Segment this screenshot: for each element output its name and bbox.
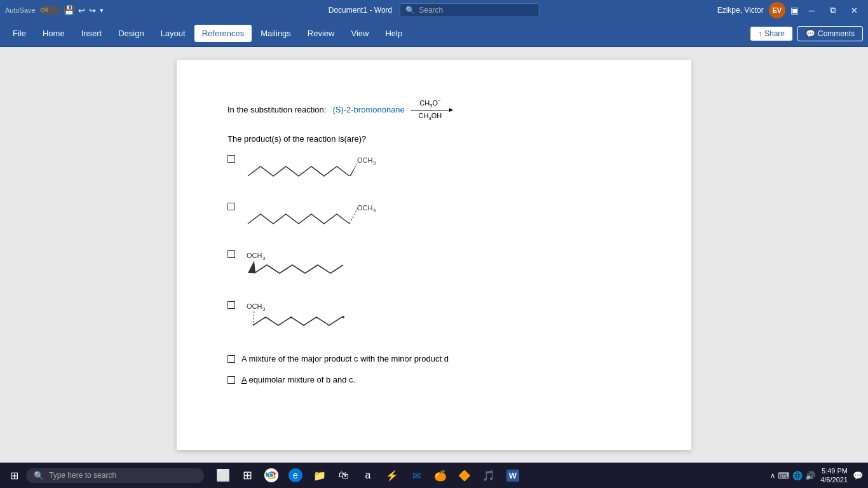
start-button[interactable]: ⊞ [5,467,24,484]
svg-text:OCH: OCH [357,204,373,212]
customize-icon[interactable]: ▾ [100,6,104,15]
reaction-line: In the substitution reaction: (S)-2-brom… [227,98,641,121]
spark-icon[interactable]: ⚡ [381,464,403,487]
search-box[interactable]: 🔍 [400,3,539,17]
svg-text:OCH: OCH [247,302,262,310]
svg-text:3: 3 [373,160,376,166]
files-icon[interactable]: 📁 [308,464,331,487]
taskbar-apps[interactable]: ⊞ [236,464,259,487]
user-name: Ezikpe, Victor [717,6,764,15]
tab-references[interactable]: References [194,25,252,42]
amazon-icon[interactable]: a [356,464,379,487]
checkbox-b[interactable] [227,203,235,210]
title-bar-right: Ezikpe, Victor EV ▣ ─ ⧉ ✕ [717,2,863,18]
tab-mailings[interactable]: Mailings [253,25,299,42]
tab-review[interactable]: Review [300,25,342,42]
structure-c-svg: OCH 3 [241,249,369,287]
svg-text:3: 3 [262,306,266,312]
checkbox-c[interactable] [227,250,235,258]
sys-tray: ∧ ⌨ 🌐 🔊 [770,471,815,480]
save-icon[interactable]: 💾 [64,5,74,15]
date: 4/6/2021 [820,475,848,484]
doc-page: In the substitution reaction: (S)-2-brom… [177,60,691,450]
tab-view[interactable]: View [343,25,376,42]
share-icon: ↑ [758,29,762,38]
ribbon-right: ↑ Share 💬 Comments [750,26,863,41]
chrome-icon[interactable] [260,464,283,487]
option-e-text: A mixture of the major product c with th… [241,354,449,363]
tab-help[interactable]: Help [377,25,410,42]
comment-icon: 💬 [806,29,815,38]
title-bar: AutoSave Off 💾 ↩ ↪ ▾ Document1 - Word 🔍 … [0,0,868,20]
checkbox-d[interactable] [227,301,235,309]
network-icon[interactable]: 🌐 [792,471,803,480]
time: 5:49 PM [820,466,848,475]
taskbar-icons: ⬜ ⊞ e 📁 🛍 a ⚡ ✉ 🍊 🔶 🎵 [212,464,524,487]
option-c-content: OCH 3 [241,249,369,288]
svg-line-11 [253,311,254,325]
doc-title: Document1 - Word [329,6,392,15]
taskbar-search[interactable]: 🔍 [26,468,204,483]
checkbox-f[interactable] [227,376,235,384]
ribbon: File Home Insert Design Layout Reference… [0,20,868,47]
tab-design[interactable]: Design [111,25,151,42]
fruit-icon[interactable]: 🍊 [429,464,452,487]
reaction-arrow [411,110,449,111]
close-button[interactable]: ✕ [846,4,863,17]
store-icon[interactable]: 🛍 [332,464,355,487]
music-icon[interactable]: 🎵 [477,464,500,487]
taskview-icon[interactable]: ⬜ [212,464,234,487]
structure-d-svg: OCH 3 [241,300,369,341]
share-button[interactable]: ↑ Share [750,27,792,41]
undo-icon[interactable]: ↩ [78,6,85,15]
svg-point-12 [342,316,344,318]
search-icon: 🔍 [405,6,415,15]
title-bar-left: AutoSave Off 💾 ↩ ↪ ▾ [5,5,104,15]
title-bar-center: Document1 - Word 🔍 [329,3,539,17]
redo-icon[interactable]: ↪ [89,6,96,15]
mail-icon[interactable]: ✉ [405,464,428,487]
edge-icon[interactable]: e [284,464,307,487]
minimize-button[interactable]: ─ [804,4,820,17]
keyboard-icon[interactable]: ⌨ [778,471,790,480]
option-e-content: A mixture of the major product c with th… [241,354,449,363]
checkbox-e[interactable] [227,355,235,363]
tab-layout[interactable]: Layout [153,25,193,42]
checkbox-a[interactable] [227,155,235,163]
svg-text:3: 3 [262,255,266,261]
avatar: EV [769,2,785,18]
option-f-content: A equimolar mixture of b and c. [241,375,355,384]
svg-text:3: 3 [373,208,376,214]
word-icon[interactable]: W [501,464,524,487]
notification-icon[interactable]: 💬 [853,471,863,480]
autosave-label: AutoSave [5,6,36,14]
reaction-compound: (S)-2-bromononane [332,105,404,114]
option-b-content: OCH 3 [241,201,381,238]
orange-icon[interactable]: 🔶 [453,464,476,487]
list-item: A equimolar mixture of b and c. [227,375,641,384]
option-f-text: A equimolar mixture of b and c. [241,375,355,384]
volume-icon[interactable]: 🔊 [805,471,815,480]
options-list: OCH 3 OCH 3 [227,154,641,384]
restore-button[interactable]: ⧉ [825,4,841,17]
svg-text:OCH: OCH [247,252,262,259]
tab-insert[interactable]: Insert [74,25,110,42]
layout-icon[interactable]: ▣ [790,5,799,15]
reagent-bottom: CH3OH [418,112,442,121]
autosave-toggle[interactable]: Off [39,6,60,15]
list-item: A mixture of the major product c with th… [227,354,641,363]
reaction-arrow-group: CH3O− CH3OH [411,98,449,121]
taskbar-search-input[interactable] [49,471,196,480]
clock[interactable]: 5:49 PM 4/6/2021 [820,466,848,485]
tab-home[interactable]: Home [35,25,72,42]
structure-a-svg: OCH 3 [241,154,381,189]
search-input[interactable] [419,6,534,15]
list-item: OCH 3 [227,154,641,190]
tab-file[interactable]: File [5,25,34,42]
list-item: OCH 3 [227,300,641,342]
comments-button[interactable]: 💬 Comments [797,26,863,41]
question-intro: In the substitution reaction: [227,105,326,114]
list-item: OCH 3 [227,201,641,238]
chevron-up-icon[interactable]: ∧ [770,471,775,480]
question-text: The product(s) of the reaction is(are)? [227,134,641,144]
